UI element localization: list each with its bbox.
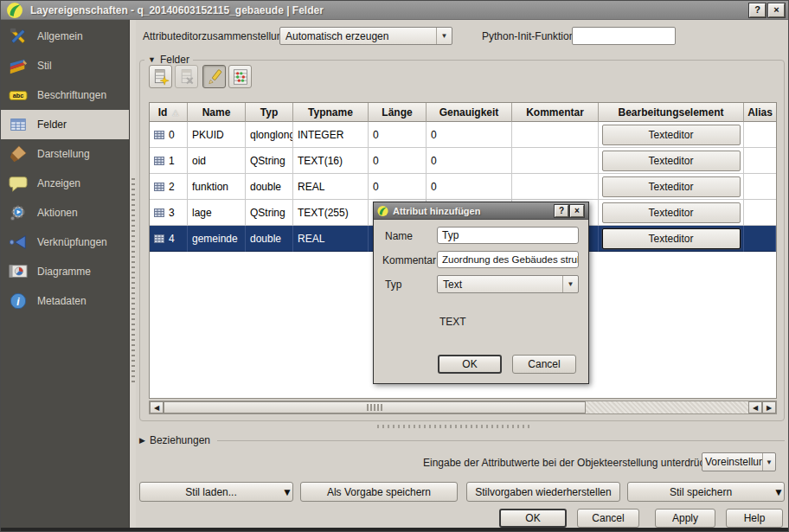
table-header-row: Id△ Name Typ Typname Länge Genauigkeit K… — [150, 103, 776, 122]
new-column-button[interactable] — [149, 65, 172, 88]
fields-groupbox-header[interactable]: ▼ Felder — [144, 54, 193, 66]
relations-groupbox-header[interactable]: ▶ Beziehungen — [139, 433, 785, 447]
chevron-down-icon: ▼ — [282, 486, 292, 498]
cell-typ: double — [246, 226, 293, 252]
splitter-grip-dots — [132, 178, 135, 386]
delete-column-button[interactable] — [175, 65, 198, 88]
chevron-down-icon: ▼ — [773, 486, 784, 498]
column-header-kommentar[interactable]: Kommentar — [512, 103, 599, 122]
field-grid-icon — [154, 234, 164, 244]
column-header-genauigkeit[interactable]: Genauigkeit — [427, 103, 512, 122]
help-titlebar-button[interactable]: ? — [749, 3, 766, 17]
cell-alias[interactable] — [744, 200, 776, 226]
voreinstellung-dropdown-button[interactable]: Voreinstellung ▼ — [702, 452, 776, 471]
sidebar-item-label: Verknüpfungen — [37, 236, 107, 248]
ok-button[interactable]: OK — [499, 509, 567, 528]
sidebar-item-diagramme[interactable]: Diagramme — [1, 257, 129, 286]
toggle-editing-pencil-icon — [206, 68, 223, 86]
save-as-default-button[interactable]: Als Vorgabe speichern — [300, 482, 458, 502]
column-header-typname[interactable]: Typname — [293, 103, 369, 122]
dialog-close-button[interactable]: × — [570, 205, 584, 217]
texteditor-button[interactable]: Texteditor — [602, 151, 741, 171]
texteditor-button[interactable]: Texteditor — [602, 176, 741, 197]
field-calculator-button[interactable] — [228, 65, 252, 88]
cell-widget: Texteditor — [599, 226, 744, 252]
table-row[interactable]: 1 oid QString TEXT(16) 0 0 Texteditor — [150, 148, 776, 174]
editor-layout-combobox[interactable]: Automatisch erzeugen ▼ — [279, 27, 452, 45]
column-header-alias[interactable]: Alias — [744, 103, 776, 122]
field-grid-icon — [154, 130, 164, 140]
panel-splitter-handle[interactable] — [377, 425, 533, 428]
cell-name: funktion — [188, 174, 246, 200]
sidebar-item-label: Aktionen — [37, 207, 78, 219]
sidebar-item-label: Darstellung — [37, 148, 90, 160]
editor-layout-value: Automatisch erzeugen — [280, 30, 436, 42]
cell-typname: INTEGER — [293, 122, 369, 148]
cell-genauigkeit: 0 — [427, 174, 512, 200]
python-init-label: Python-Init-Funktion — [482, 30, 574, 42]
dialog-help-button[interactable]: ? — [555, 205, 568, 217]
dialog-title-bar[interactable]: Attribut hinzufügen ? × — [374, 202, 588, 220]
scrollbar-thumb[interactable] — [164, 401, 586, 413]
sidebar-item-verknuepfungen[interactable]: Verknüpfungen — [1, 228, 129, 257]
dialog-cancel-button[interactable]: Cancel — [512, 355, 576, 374]
column-header-laenge[interactable]: Länge — [369, 103, 427, 122]
cell-alias[interactable] — [744, 226, 776, 252]
sidebar-item-aktionen[interactable]: Aktionen — [1, 198, 129, 228]
sidebar-splitter-handle[interactable] — [129, 20, 136, 528]
column-header-typ[interactable]: Typ — [246, 103, 293, 122]
cell-kommentar[interactable] — [512, 122, 599, 148]
cell-kommentar[interactable] — [512, 148, 599, 174]
table-row[interactable]: 0 PKUID qlonglong INTEGER 0 0 Texteditor — [150, 122, 776, 148]
texteditor-button[interactable]: Texteditor — [602, 125, 741, 145]
cell-id: 0 — [150, 122, 188, 148]
column-header-name[interactable]: Name — [188, 103, 246, 122]
window-bottom-edge — [1, 528, 789, 532]
actions-gear-icon — [8, 202, 29, 223]
python-init-input[interactable] — [572, 27, 676, 45]
sidebar-item-felder[interactable]: Felder — [1, 110, 129, 139]
sidebar-item-stil[interactable]: Stil — [1, 51, 129, 80]
sidebar-item-beschriftungen[interactable]: abc Beschriftungen — [1, 80, 129, 110]
cancel-button[interactable]: Cancel — [577, 509, 639, 528]
scroll-right-icon[interactable]: ▶ — [762, 401, 776, 413]
texteditor-button[interactable]: Texteditor — [602, 202, 741, 223]
sidebar-item-allgemein[interactable]: Allgemein — [1, 22, 129, 51]
chevron-down-icon: ▼ — [563, 280, 578, 288]
texteditor-button[interactable]: Texteditor — [602, 228, 741, 249]
typ-combobox[interactable]: Text ▼ — [437, 275, 579, 293]
kommentar-input[interactable]: Zuordnung des Gebäudes strukt — [437, 251, 579, 268]
table-row[interactable]: 2 funktion double REAL 0 0 Texteditor — [150, 174, 776, 200]
column-header-bearbeitungselement[interactable]: Bearbeitungselement — [599, 103, 744, 122]
dialog-ok-button[interactable]: OK — [438, 355, 502, 374]
cell-kommentar[interactable] — [512, 174, 599, 200]
cell-name: gemeinde — [188, 226, 246, 252]
cell-alias[interactable] — [744, 174, 776, 200]
title-bar[interactable]: Layereigenschaften - q_20140603152115_ge… — [1, 1, 789, 20]
save-style-button[interactable]: Stil speichern ▼ — [627, 482, 785, 502]
name-input[interactable]: Typ — [437, 227, 579, 244]
sidebar-item-label: Allgemein — [37, 30, 83, 42]
close-titlebar-button[interactable]: × — [768, 3, 785, 17]
apply-button[interactable]: Apply — [655, 509, 715, 528]
sidebar-item-metadaten[interactable]: i Metadaten — [1, 286, 129, 316]
toggle-editing-button[interactable] — [202, 65, 226, 88]
load-style-button[interactable]: Stil laden... ▼ — [139, 482, 293, 502]
cell-alias[interactable] — [744, 122, 776, 148]
restore-default-style-button[interactable]: Stilvorgaben wiederherstellen — [466, 482, 620, 502]
collapse-arrow-icon: ▼ — [148, 55, 156, 64]
relations-groupbox-title: Beziehungen — [150, 434, 210, 446]
cell-alias[interactable] — [744, 148, 776, 174]
scroll-left-icon[interactable]: ◀ — [150, 401, 164, 413]
column-header-id[interactable]: Id△ — [150, 103, 188, 122]
help-button[interactable]: Help — [726, 509, 783, 528]
sidebar: Allgemein Stil abc Beschriftungen Felder… — [1, 20, 129, 528]
cell-widget: Texteditor — [599, 200, 744, 226]
voreinstellung-value: Voreinstellung — [702, 456, 762, 468]
scroll-left-icon[interactable]: ◀ — [748, 401, 762, 413]
table-horizontal-scrollbar[interactable]: ◀ ◀ ▶ — [149, 401, 777, 414]
scrollbar-track[interactable] — [586, 401, 748, 413]
sidebar-item-darstellung[interactable]: Darstellung — [1, 139, 129, 169]
sidebar-item-anzeigen[interactable]: Anzeigen — [1, 169, 129, 198]
collapsed-arrow-icon: ▶ — [139, 436, 145, 445]
